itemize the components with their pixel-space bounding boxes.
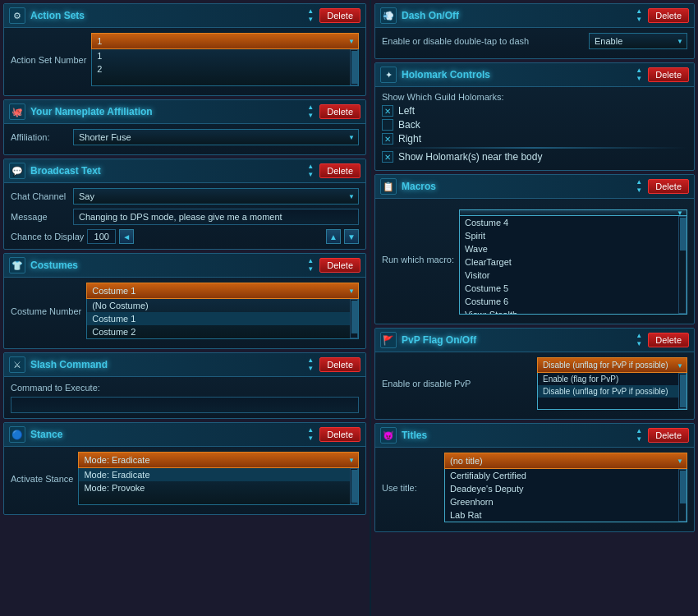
title-labrat[interactable]: Lab Rat bbox=[445, 508, 678, 522]
nameplate-arrow-down[interactable]: ▼ bbox=[305, 112, 316, 120]
dash-arrow-down[interactable]: ▼ bbox=[633, 16, 645, 24]
nameplate-header: 🐙 Your Nameplate Affiliation ▲ ▼ Delete bbox=[4, 100, 365, 124]
costumes-arrow-up[interactable]: ▲ bbox=[305, 257, 316, 265]
stance-arrow-down[interactable]: ▼ bbox=[305, 434, 316, 443]
action-sets-arrow-up[interactable]: ▲ bbox=[305, 7, 316, 16]
activate-stance-dropdown[interactable]: Mode: Eradicate ▼ bbox=[78, 452, 359, 468]
holomark-right-checkbox[interactable]: ✕ bbox=[382, 133, 393, 145]
nameplate-arrow-up[interactable]: ▲ bbox=[305, 103, 316, 112]
holomark-back-checkbox[interactable] bbox=[382, 119, 393, 131]
macros-list: Costume 4 Spirit Wave ClearTarget Visito… bbox=[460, 216, 678, 314]
broadcast-header: 💬 Broadcast Text ▲ ▼ Delete bbox=[4, 159, 365, 183]
broadcast-icon: 💬 bbox=[9, 163, 25, 179]
pvp-option-disable[interactable]: Disable (unflag for PvP if possible) bbox=[538, 385, 678, 398]
broadcast-arrow-up[interactable]: ▲ bbox=[305, 163, 316, 171]
chance-input[interactable] bbox=[87, 229, 116, 244]
holomark-arrows: ▲ ▼ bbox=[633, 67, 645, 83]
costumes-panel: 👕 Costumes ▲ ▼ Delete Costume Number Cos… bbox=[3, 253, 366, 349]
chance-btn-2[interactable]: ▼ bbox=[344, 229, 359, 244]
stance-body: Activate Stance Mode: Eradicate ▼ Mode: … bbox=[4, 447, 365, 514]
macro-option-spirit[interactable]: Spirit bbox=[460, 229, 678, 242]
stance-panel: 🔵 Stance ▲ ▼ Delete Activate Stance Mode… bbox=[3, 422, 366, 515]
holomark-left-checkbox[interactable]: ✕ bbox=[382, 105, 393, 117]
titles-arrow-up[interactable]: ▲ bbox=[633, 427, 645, 435]
macro-option-costume6[interactable]: Costume 6 bbox=[460, 295, 678, 308]
affiliation-label: Affiliation: bbox=[11, 132, 68, 142]
message-input[interactable] bbox=[73, 209, 359, 225]
broadcast-arrow-down[interactable]: ▼ bbox=[305, 171, 316, 179]
holomark-arrow-up[interactable]: ▲ bbox=[633, 67, 645, 75]
macros-arrow-down[interactable]: ▼ bbox=[633, 186, 645, 195]
holomark-right-row: ✕ Right bbox=[382, 133, 687, 145]
action-set-option-1[interactable]: 1 bbox=[92, 49, 350, 62]
macros-dropdown[interactable]: ▼ bbox=[459, 209, 687, 216]
slash-command-arrow-down[interactable]: ▼ bbox=[305, 365, 316, 373]
action-sets-panel: ⚙ Action Sets ▲ ▼ Delete Action Set Numb… bbox=[3, 3, 366, 96]
dash-arrow-up[interactable]: ▲ bbox=[633, 7, 645, 16]
holomark-nearbody-checkbox[interactable]: ✕ bbox=[382, 151, 393, 163]
holomark-arrow-down[interactable]: ▼ bbox=[633, 75, 645, 83]
stance-option-provoke[interactable]: Mode: Provoke bbox=[79, 481, 350, 494]
message-label: Message bbox=[11, 212, 68, 222]
action-sets-arrow-down[interactable]: ▼ bbox=[305, 16, 316, 24]
macro-option-costume4[interactable]: Costume 4 bbox=[460, 216, 678, 229]
costumes-delete[interactable]: Delete bbox=[319, 258, 360, 273]
pvp-arrow-down[interactable]: ▼ bbox=[633, 340, 645, 348]
slash-command-delete[interactable]: Delete bbox=[319, 357, 360, 372]
action-set-option-2[interactable]: 2 bbox=[92, 62, 350, 76]
stance-arrow-up[interactable]: ▲ bbox=[305, 426, 316, 434]
affiliation-dropdown[interactable]: Shorter Fuse ▼ bbox=[73, 129, 359, 145]
title-deadeye[interactable]: Deadeye's Deputy bbox=[445, 482, 678, 495]
costumes-arrow-down[interactable]: ▼ bbox=[305, 265, 316, 274]
dash-description: Enable or disable double-tap to dash bbox=[382, 36, 584, 46]
macro-option-cleartarget[interactable]: ClearTarget bbox=[460, 255, 678, 269]
action-set-number-dropdown[interactable]: 1 ▼ bbox=[91, 33, 359, 49]
titles-dropdown[interactable]: (no title) ▼ bbox=[444, 453, 687, 469]
pvp-option-enable[interactable]: Enable (flag for PvP) bbox=[538, 373, 678, 385]
macros-body: Run which macro: ▼ Costume 4 Spirit Wave… bbox=[375, 199, 694, 324]
pvp-arrow-up[interactable]: ▲ bbox=[633, 332, 645, 340]
nameplate-delete[interactable]: Delete bbox=[319, 104, 360, 119]
pvp-arrows: ▲ ▼ bbox=[633, 332, 645, 348]
costumes-arrows: ▲ ▼ bbox=[305, 257, 316, 274]
macro-option-costume5[interactable]: Costume 5 bbox=[460, 282, 678, 295]
holomark-right-label: Right bbox=[398, 133, 421, 145]
macro-option-wave[interactable]: Wave bbox=[460, 242, 678, 255]
title-certifiably[interactable]: Certifiably Certified bbox=[445, 469, 678, 482]
costume-option-none[interactable]: (No Costume) bbox=[87, 299, 350, 312]
pvp-header: 🚩 PvP Flag On/Off ▲ ▼ Delete bbox=[375, 329, 694, 352]
holomark-nearbody-row: ✕ Show Holomark(s) near the body bbox=[382, 151, 687, 163]
titles-arrow-down[interactable]: ▼ bbox=[633, 435, 645, 444]
macros-delete[interactable]: Delete bbox=[648, 179, 689, 194]
title-greenhorn[interactable]: Greenhorn bbox=[445, 495, 678, 508]
costume-option-2[interactable]: Costume 2 bbox=[87, 325, 350, 338]
command-input[interactable] bbox=[11, 397, 359, 413]
holomark-title: Holomark Controls bbox=[402, 69, 490, 80]
command-label: Command to Execute: bbox=[11, 383, 100, 393]
chance-btn-1[interactable]: ▲ bbox=[326, 229, 341, 244]
stance-delete[interactable]: Delete bbox=[319, 427, 360, 442]
titles-delete[interactable]: Delete bbox=[648, 428, 689, 443]
slash-command-body: Command to Execute: bbox=[4, 377, 365, 418]
dash-title: Dash On/Off bbox=[402, 10, 459, 21]
stance-option-eradicate[interactable]: Mode: Eradicate bbox=[79, 468, 350, 481]
macro-option-view-stealth[interactable]: View: Stealth bbox=[460, 308, 678, 315]
titles-header: 😈 Titles ▲ ▼ Delete bbox=[375, 424, 694, 448]
macro-option-visitor[interactable]: Visitor bbox=[460, 269, 678, 282]
pvp-dropdown[interactable]: Disable (unflag for PvP if possible) ▼ bbox=[537, 357, 687, 373]
holomark-delete[interactable]: Delete bbox=[648, 67, 689, 82]
macros-arrow-up[interactable]: ▲ bbox=[633, 178, 645, 186]
costume-option-1[interactable]: Costume 1 bbox=[87, 312, 350, 325]
dash-delete[interactable]: Delete bbox=[648, 8, 689, 23]
chat-channel-dropdown[interactable]: Say ▼ bbox=[73, 188, 359, 205]
costume-number-dropdown[interactable]: Costume 1 ▼ bbox=[86, 283, 359, 299]
broadcast-delete[interactable]: Delete bbox=[319, 163, 360, 178]
holomark-nearbody-label: Show Holomark(s) near the body bbox=[398, 151, 542, 163]
action-sets-delete[interactable]: Delete bbox=[319, 8, 360, 23]
pvp-body: Enable or disable PvP Disable (unflag fo… bbox=[375, 352, 694, 419]
broadcast-text-panel: 💬 Broadcast Text ▲ ▼ Delete Chat Channel… bbox=[3, 159, 366, 250]
pvp-delete[interactable]: Delete bbox=[648, 333, 689, 347]
chance-decrease-btn[interactable]: ◄ bbox=[119, 229, 134, 244]
slash-command-arrow-up[interactable]: ▲ bbox=[305, 356, 316, 365]
dash-enable-dropdown[interactable]: Enable ▼ bbox=[589, 33, 687, 49]
